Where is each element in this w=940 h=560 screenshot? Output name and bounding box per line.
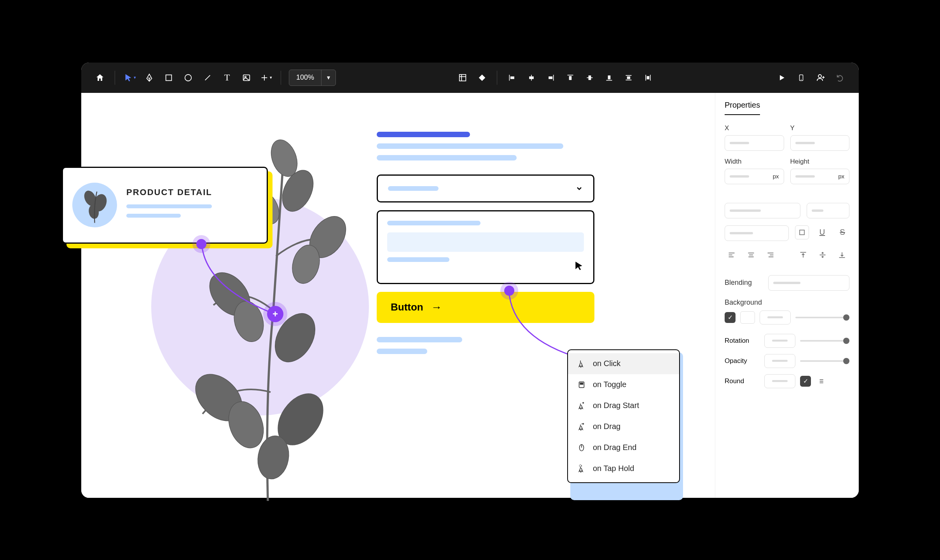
text-box-icon[interactable] <box>795 225 809 239</box>
device-icon[interactable] <box>794 71 808 85</box>
blending-label: Blending <box>725 279 764 287</box>
svg-rect-17 <box>569 76 572 80</box>
toggle-icon <box>577 380 587 390</box>
primary-button[interactable]: Button → <box>377 292 594 323</box>
font-size-input[interactable] <box>807 203 849 218</box>
valign-top-icon[interactable] <box>796 248 810 262</box>
rotation-input[interactable] <box>764 334 795 348</box>
zoom-value: 100% <box>289 73 321 82</box>
svg-point-30 <box>818 75 821 78</box>
font-family-input[interactable] <box>725 203 800 218</box>
align-center-h-icon[interactable] <box>524 71 538 85</box>
layout-grid-icon[interactable] <box>456 71 470 85</box>
text-align-left-icon[interactable] <box>725 248 739 262</box>
cursor-icon <box>574 260 584 274</box>
tap-hold-icon <box>577 464 587 474</box>
underline-icon[interactable]: U <box>815 225 829 239</box>
ellipse-icon[interactable] <box>181 71 195 85</box>
event-on-drag-start[interactable]: on Drag Start <box>568 395 679 416</box>
opacity-slider[interactable] <box>800 360 849 362</box>
background-checkbox[interactable]: ✓ <box>725 312 736 323</box>
avatar <box>72 183 117 227</box>
svg-rect-20 <box>606 80 612 80</box>
valign-middle-icon[interactable] <box>816 248 830 262</box>
height-input[interactable]: px <box>790 169 850 184</box>
round-label: Round <box>725 377 760 385</box>
line-icon[interactable] <box>201 71 215 85</box>
align-center-v-icon[interactable] <box>583 71 597 85</box>
pen-icon[interactable] <box>142 71 156 85</box>
color-swatch[interactable] <box>740 311 755 324</box>
rectangle-icon[interactable] <box>162 71 176 85</box>
textarea-field[interactable] <box>377 210 594 284</box>
connection-node[interactable] <box>504 286 514 296</box>
round-checkbox[interactable]: ✓ <box>800 376 811 387</box>
distribute-h-icon[interactable] <box>641 71 655 85</box>
text-placeholder <box>387 257 449 262</box>
svg-rect-19 <box>589 75 591 80</box>
align-left-icon[interactable] <box>505 71 519 85</box>
chevron-down-icon[interactable]: ▾ <box>321 70 335 85</box>
connection-node[interactable] <box>196 239 206 249</box>
image-icon[interactable] <box>239 71 253 85</box>
svg-rect-11 <box>510 76 514 79</box>
text-align-right-icon[interactable] <box>764 248 778 262</box>
blending-input[interactable] <box>768 275 849 291</box>
strikethrough-icon[interactable]: S <box>835 225 849 239</box>
align-top-icon[interactable] <box>563 71 577 85</box>
home-icon[interactable] <box>93 71 107 85</box>
product-card[interactable]: PRODUCT DETAIL <box>62 167 268 244</box>
form-mock: Button → <box>377 132 594 360</box>
text-placeholder <box>377 155 517 160</box>
highlighted-row <box>387 232 584 252</box>
align-right-icon[interactable] <box>544 71 558 85</box>
valign-bottom-icon[interactable] <box>835 248 849 262</box>
event-label: on Toggle <box>593 380 626 389</box>
zoom-control[interactable]: 100% ▾ <box>289 70 336 86</box>
event-on-click[interactable]: on Click <box>568 353 679 374</box>
main-area: Button → PRODUCT DETAIL <box>81 93 859 498</box>
opacity-input[interactable] <box>764 354 795 368</box>
x-input[interactable] <box>725 135 784 151</box>
background-slider[interactable] <box>795 317 849 318</box>
event-on-tap-hold[interactable]: on Tap Hold <box>568 458 679 479</box>
svg-rect-15 <box>549 76 552 79</box>
panel-tab-properties[interactable]: Properties <box>725 101 760 115</box>
svg-rect-24 <box>627 77 630 79</box>
color-icon[interactable] <box>475 71 489 85</box>
event-on-drag[interactable]: on Drag <box>568 416 679 437</box>
canvas[interactable]: Button → PRODUCT DETAIL <box>81 93 715 498</box>
svg-rect-0 <box>166 75 172 80</box>
x-label: X <box>725 124 784 132</box>
svg-rect-49 <box>580 383 583 384</box>
svg-rect-21 <box>608 75 611 79</box>
rotation-slider[interactable] <box>800 340 849 342</box>
connection-add-node[interactable]: + <box>267 306 283 322</box>
background-label: Background <box>725 298 849 307</box>
properties-panel: Properties X Y Width px Height px <box>715 93 859 498</box>
text-placeholder <box>377 337 462 342</box>
text-align-center-icon[interactable] <box>744 248 758 262</box>
width-input[interactable]: px <box>725 169 784 184</box>
event-on-drag-end[interactable]: on Drag End <box>568 437 679 458</box>
font-weight-input[interactable] <box>725 225 789 241</box>
svg-rect-13 <box>529 76 534 79</box>
plus-icon[interactable]: ▾ <box>259 71 273 85</box>
play-icon[interactable] <box>775 71 789 85</box>
svg-rect-10 <box>509 75 510 80</box>
distribute-v-icon[interactable] <box>622 71 636 85</box>
text-icon[interactable]: T <box>220 71 234 85</box>
event-label: on Drag <box>593 422 620 431</box>
text-placeholder <box>126 204 212 208</box>
undo-icon[interactable] <box>833 71 847 85</box>
align-bottom-icon[interactable] <box>602 71 616 85</box>
corners-icon[interactable] <box>816 374 830 388</box>
svg-rect-53 <box>800 230 804 235</box>
event-on-toggle[interactable]: on Toggle <box>568 374 679 395</box>
round-input[interactable] <box>764 374 795 388</box>
color-input[interactable] <box>760 311 791 324</box>
y-input[interactable] <box>790 135 850 151</box>
add-user-icon[interactable] <box>814 71 828 85</box>
pointer-icon[interactable]: ▾ <box>123 71 137 85</box>
select-field[interactable] <box>377 174 594 202</box>
